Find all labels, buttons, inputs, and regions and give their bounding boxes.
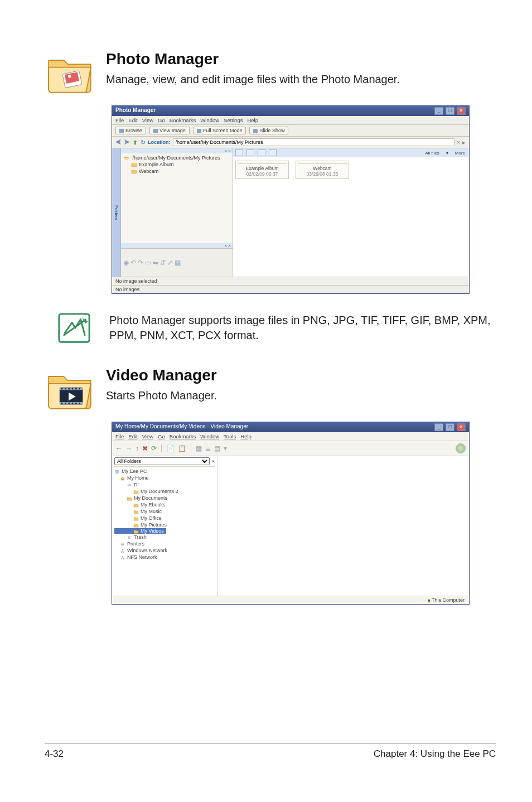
vm-tree-item-my-documents-2[interactable]: My Documents 2	[114, 488, 215, 495]
pm-tab-full-screen-mode[interactable]: Full Screen Mode	[193, 127, 246, 134]
pm-tree-root[interactable]: /home/user/My Documents/My Pictures	[123, 154, 230, 161]
stop-icon[interactable]: ✖	[142, 445, 148, 452]
pm-menu-edit[interactable]: Edit	[128, 117, 137, 123]
rotate-left-icon[interactable]: ↶	[130, 259, 136, 267]
vm-tree-item-printers[interactable]: Printers	[114, 540, 215, 547]
pm-menubar[interactable]: FileEditViewGoBookmarksWindowSettingsHel…	[112, 116, 469, 125]
nav-back-icon[interactable]: ⮜	[115, 139, 122, 146]
pm-thumbnail[interactable]: Webcam03/29/08 01:35	[296, 161, 349, 179]
pm-menu-window[interactable]: Window	[200, 117, 219, 123]
minimize-icon[interactable]: _	[434, 107, 443, 115]
nav-forward-icon[interactable]: ⮞	[124, 139, 130, 146]
slideshow-icon[interactable]: ▦	[175, 259, 181, 267]
video-manager-app-icon	[45, 366, 95, 414]
vm-tree-close-icon[interactable]: ×	[212, 458, 215, 464]
crop-icon[interactable]: ▭	[145, 259, 151, 267]
pm-tabbar[interactable]: BrowseView ImageFull Screen ModeSlide Sh…	[112, 125, 469, 137]
cd-tool-icon[interactable]: ◉	[123, 259, 129, 267]
close-icon[interactable]: ×	[457, 423, 466, 431]
filter-label[interactable]: All files	[423, 151, 441, 156]
page-footer: 4-32 Chapter 4: Using the Eee PC	[45, 743, 496, 760]
maximize-icon[interactable]: □	[446, 107, 454, 115]
nav-up-icon[interactable]	[132, 139, 138, 146]
forward-icon[interactable]: →	[125, 445, 132, 452]
pm-tab-view-image[interactable]: View Image	[149, 127, 190, 134]
vm-tree-mode-select[interactable]: All Folders	[114, 457, 210, 465]
view-thumbs-icon[interactable]	[235, 149, 243, 156]
pm-location-bar[interactable]: ⮜ ⮞ ↻ Location: × ▸	[112, 137, 469, 148]
pm-folder-tree[interactable]: × × /home/user/My Documents/My Pictures …	[121, 148, 233, 243]
vm-menu-view[interactable]: View	[142, 433, 153, 439]
vm-menubar[interactable]: FileEditViewGoBookmarksWindowToolsHelp	[112, 432, 469, 441]
vm-tree-item-my-videos[interactable]: My Videos	[114, 528, 166, 534]
vm-tree-item-my-home[interactable]: My Home	[114, 475, 215, 481]
flip-v-icon[interactable]: ⇵	[160, 259, 166, 267]
back-icon[interactable]: ←	[115, 445, 122, 452]
pm-window-controls[interactable]: _ □ ×	[434, 107, 466, 115]
pm-menu-file[interactable]: File	[115, 117, 124, 123]
pm-tool-panel[interactable]: ◉ ↶ ↷ ▭ ⇋ ⇵ ⤢ ▦	[121, 248, 233, 277]
location-go-icon[interactable]: ▸	[462, 139, 466, 146]
pm-menu-settings[interactable]: Settings	[224, 117, 243, 123]
vm-menu-tools[interactable]: Tools	[224, 433, 236, 439]
copy-icon[interactable]: 📄	[166, 445, 175, 452]
pm-tree-item[interactable]: Webcam	[123, 168, 230, 175]
pm-tab-browse[interactable]: Browse	[115, 127, 146, 134]
vm-tree-item-my-eee-pc[interactable]: My Eee PC	[114, 468, 215, 475]
paste-icon[interactable]: 📋	[178, 445, 186, 452]
pm-tree-header[interactable]: × ×	[121, 148, 233, 153]
pm-side-tab-folders[interactable]: Folders	[114, 205, 119, 220]
pm-main-header[interactable]: All files ▾ More	[233, 148, 469, 157]
up-icon[interactable]: ↑	[136, 445, 139, 452]
view-other-icon[interactable]	[269, 149, 277, 156]
vm-menu-bookmarks[interactable]: Bookmarks	[170, 433, 196, 439]
reload-icon[interactable]: ⟳	[151, 445, 157, 452]
pm-menu-go[interactable]: Go	[158, 117, 165, 123]
pm-thumbnail[interactable]: Example Album02/02/09 06:37	[235, 161, 289, 179]
pm-tree-item[interactable]: Example Album	[123, 161, 230, 168]
vm-tree-item-my-pictures[interactable]: My Pictures	[114, 521, 215, 528]
vm-tree-item-d-[interactable]: D:	[114, 481, 215, 488]
vm-folder-tree[interactable]: All Folders × My Eee PCMy HomeD:My Docum…	[112, 456, 217, 596]
details-view-icon[interactable]: ▤	[214, 445, 220, 452]
vm-menu-help[interactable]: Help	[240, 433, 252, 439]
maximize-icon[interactable]: □	[446, 423, 454, 431]
location-input[interactable]	[173, 138, 454, 146]
more-options-icon[interactable]: ▾	[444, 151, 450, 156]
extra-view-icon[interactable]: ▾	[224, 445, 227, 452]
vm-menu-window[interactable]: Window	[200, 433, 219, 439]
location-clear-icon[interactable]: ×	[457, 139, 460, 146]
vm-toolbar[interactable]: ← → ↑ ✖ ⟳ 📄 📋 ▦ ≣ ▤ ▾	[112, 441, 469, 456]
view-details-icon[interactable]	[258, 149, 265, 156]
pm-menu-help[interactable]: Help	[247, 117, 258, 123]
vm-tree-item-my-ebooks[interactable]: My Ebooks	[114, 501, 215, 508]
refresh-icon[interactable]: ↻	[141, 139, 146, 146]
vm-tree-item-my-music[interactable]: My Music	[114, 508, 215, 515]
thumb-name: Example Album	[238, 166, 287, 171]
vm-tree-item-trash[interactable]: Trash	[114, 534, 215, 540]
pm-tab-slide-show[interactable]: Slide Show	[249, 127, 288, 134]
close-icon[interactable]: ×	[457, 107, 466, 115]
pm-thumbnail-grid[interactable]: Example Album02/02/09 06:37Webcam03/29/0…	[235, 161, 467, 179]
pm-side-vertical-tabs[interactable]: Folders	[112, 148, 121, 277]
more-label[interactable]: More	[453, 151, 467, 156]
minimize-icon[interactable]: _	[434, 423, 443, 431]
vm-tree-item-my-documents[interactable]: My Documents	[114, 495, 215, 501]
rotate-right-icon[interactable]: ↷	[138, 259, 143, 267]
pm-menu-view[interactable]: View	[142, 117, 153, 123]
vm-window-controls[interactable]: _ □ ×	[434, 423, 466, 431]
vm-menu-go[interactable]: Go	[158, 433, 165, 439]
vm-menu-file[interactable]: File	[115, 433, 124, 439]
vm-tree-item-my-office[interactable]: My Office	[114, 515, 215, 521]
pm-tool-header[interactable]: × ×	[121, 243, 233, 248]
vm-menu-edit[interactable]: Edit	[128, 433, 137, 439]
vm-tree-item-windows-network[interactable]: Windows Network	[114, 547, 215, 554]
network-icon	[120, 555, 125, 560]
flip-h-icon[interactable]: ⇋	[153, 259, 158, 267]
pm-menu-bookmarks[interactable]: Bookmarks	[170, 117, 196, 123]
thumbs-view-icon[interactable]: ▦	[196, 445, 202, 452]
view-list-icon[interactable]	[246, 149, 254, 156]
list-view-icon[interactable]: ≣	[205, 445, 211, 452]
zoom-fit-icon[interactable]: ⤢	[167, 259, 173, 267]
vm-tree-item-nfs-network[interactable]: NFS Network	[114, 554, 215, 561]
